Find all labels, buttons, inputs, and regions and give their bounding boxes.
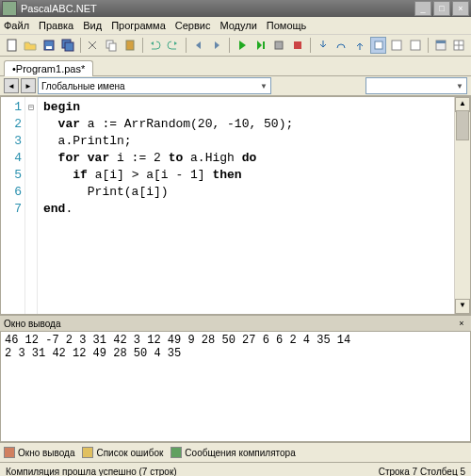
- svg-rect-11: [375, 41, 382, 49]
- scope-label: Глобальные имена: [41, 81, 125, 91]
- app-title: PascalABC.NET: [21, 3, 97, 14]
- tab-output[interactable]: Окно вывода: [4, 447, 74, 458]
- svg-rect-15: [436, 41, 446, 43]
- menu-program[interactable]: Программа: [111, 20, 166, 31]
- step-into-icon[interactable]: [315, 37, 332, 54]
- svg-rect-4: [65, 42, 73, 51]
- separator: [80, 38, 81, 53]
- tab-errors[interactable]: Список ошибок: [82, 447, 163, 458]
- form-icon[interactable]: [432, 37, 449, 54]
- close-button[interactable]: ×: [452, 1, 469, 16]
- menu-bar: Файл Правка Вид Программа Сервис Модули …: [0, 17, 471, 35]
- cut-icon[interactable]: [85, 37, 102, 54]
- member-combobox[interactable]: ▼: [365, 77, 467, 94]
- compiler-icon: [171, 447, 182, 458]
- separator: [142, 38, 143, 53]
- chevron-down-icon: ▼: [456, 82, 463, 90]
- vertical-scrollbar[interactable]: ▲ ▼: [454, 97, 470, 314]
- copy-icon[interactable]: [103, 37, 120, 54]
- table-icon[interactable]: [450, 37, 467, 54]
- svg-rect-12: [392, 41, 401, 50]
- step-out-icon[interactable]: [351, 37, 368, 54]
- menu-modules[interactable]: Модули: [219, 20, 256, 31]
- output-close-button[interactable]: ×: [456, 318, 467, 329]
- bottom-tab-bar: Окно вывода Список ошибок Сообщения комп…: [0, 442, 471, 462]
- scroll-thumb[interactable]: [456, 110, 469, 140]
- paste-icon[interactable]: [122, 37, 138, 54]
- errors-icon: [82, 447, 93, 458]
- svg-rect-9: [275, 41, 283, 49]
- redo-icon[interactable]: [165, 37, 182, 54]
- svg-rect-2: [46, 46, 52, 49]
- scope-combobox[interactable]: Глобальные имена ▼: [38, 77, 271, 94]
- compile-icon[interactable]: [270, 37, 287, 54]
- nav-bar: ◄ ► Глобальные имена ▼ ▼: [0, 76, 471, 96]
- tool2-icon[interactable]: [407, 37, 424, 54]
- file-tab[interactable]: •Program1.pas*: [4, 60, 93, 76]
- separator: [310, 38, 311, 53]
- separator: [229, 38, 230, 53]
- menu-service[interactable]: Сервис: [175, 20, 211, 31]
- svg-rect-6: [109, 43, 116, 51]
- toolbar: [0, 35, 471, 57]
- svg-rect-0: [8, 40, 16, 51]
- run-icon[interactable]: [234, 37, 251, 54]
- svg-rect-10: [294, 41, 301, 49]
- save-all-icon[interactable]: [59, 37, 76, 54]
- svg-rect-7: [126, 41, 134, 50]
- output-panel[interactable]: 46 12 -7 2 3 31 42 3 12 49 9 28 50 27 6 …: [0, 332, 471, 442]
- minimize-button[interactable]: _: [414, 1, 431, 16]
- menu-help[interactable]: Помощь: [267, 20, 307, 31]
- output-title-label: Окно вывода: [4, 319, 60, 329]
- nav-fwd-button[interactable]: ►: [21, 78, 36, 93]
- svg-rect-13: [411, 41, 420, 50]
- tool-icon[interactable]: [388, 37, 405, 54]
- status-right: Строка 7 Столбец 5: [379, 467, 465, 477]
- step-over-icon[interactable]: [333, 37, 349, 54]
- line-gutter: 1234567: [1, 97, 25, 314]
- maximize-button[interactable]: □: [433, 1, 450, 16]
- menu-edit[interactable]: Правка: [39, 20, 73, 31]
- status-left: Компиляция прошла успешно (7 строк): [6, 467, 177, 477]
- new-file-icon[interactable]: [4, 37, 21, 54]
- open-file-icon[interactable]: [23, 37, 40, 54]
- undo-icon[interactable]: [147, 37, 164, 54]
- title-bar: PascalABC.NET _ □ ×: [0, 0, 471, 17]
- output-panel-header: Окно вывода ×: [0, 315, 471, 332]
- fold-gutter[interactable]: ⊟: [25, 97, 38, 314]
- separator: [186, 38, 187, 53]
- scroll-down-button[interactable]: ▼: [455, 299, 470, 314]
- app-icon: [2, 1, 17, 16]
- tab-bar: •Program1.pas*: [0, 57, 471, 76]
- svg-rect-8: [263, 41, 265, 49]
- tab-compiler[interactable]: Сообщения компилятора: [171, 447, 295, 458]
- code-area[interactable]: begin var a := ArrRandom(20, -10, 50); a…: [38, 97, 454, 314]
- chevron-down-icon: ▼: [260, 82, 268, 90]
- nav-back-button[interactable]: ◄: [4, 78, 19, 93]
- menu-view[interactable]: Вид: [83, 20, 102, 31]
- save-icon[interactable]: [41, 37, 57, 54]
- nav-back-icon[interactable]: [190, 37, 207, 54]
- code-editor[interactable]: 1234567 ⊟ begin var a := ArrRandom(20, -…: [0, 96, 471, 315]
- nav-fwd-icon[interactable]: [209, 37, 226, 54]
- output-icon: [4, 447, 15, 458]
- separator: [428, 38, 429, 53]
- run2-icon[interactable]: [252, 37, 269, 54]
- menu-file[interactable]: Файл: [4, 20, 29, 31]
- breakpoint-icon[interactable]: [370, 37, 387, 54]
- stop-icon[interactable]: [289, 37, 306, 54]
- status-bar: Компиляция прошла успешно (7 строк) Стро…: [0, 462, 471, 476]
